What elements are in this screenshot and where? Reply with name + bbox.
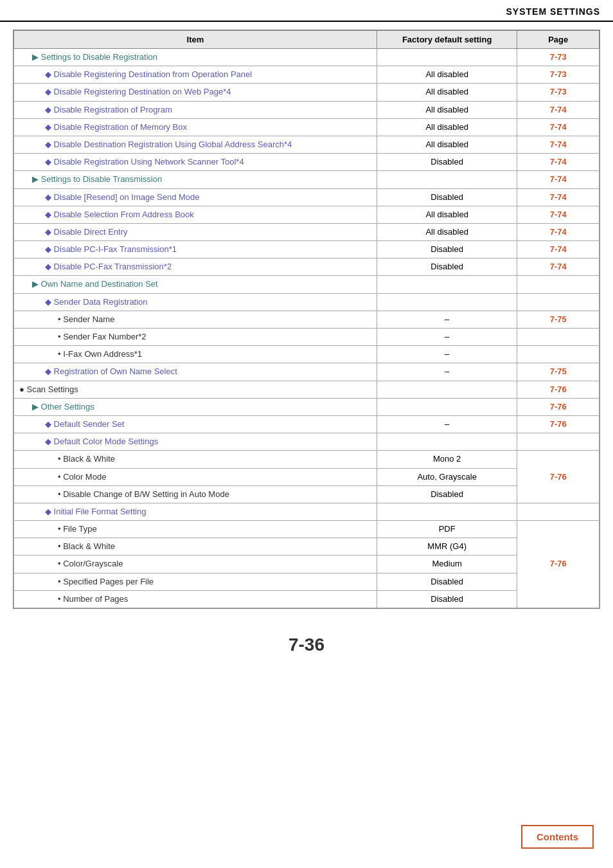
factory-cell: Disabled [377,485,517,503]
table-row: ◆ Disable PC-I-Fax Transmission*1Disable… [14,241,600,258]
item-label: • Black & White [58,454,115,464]
item-label: ▶ Settings to Disable Transmission [32,174,162,184]
item-cell: • Color/Grayscale [14,556,377,573]
table-row: • File TypePDF7-76 [14,521,600,538]
factory-cell: Disabled [377,258,517,276]
item-label: ◆ Disable PC-Fax Transmission*2 [45,262,172,271]
item-cell: ◆ Disable PC-Fax Transmission*2 [14,258,377,276]
table-row: ◆ Disable Selection From Address BookAll… [14,206,600,223]
col-page: Page [517,31,600,49]
page-header: SYSTEM SETTINGS [0,0,613,22]
page-cell: 7-74 [517,223,600,240]
page-cell [517,276,600,293]
table-row: ▶ Settings to Disable Transmission7-74 [14,171,600,188]
item-cell: ▶ Other Settings [14,398,377,415]
item-cell: • Number of Pages [14,590,377,608]
page-cell: 7-73 [517,84,600,101]
factory-cell: All disabled [377,118,517,136]
item-label: ◆ Default Sender Set [45,419,124,429]
table-row: • Black & WhiteMono 27-76 [14,451,600,468]
item-label: ◆ Disable Registering Destination on Web… [45,87,231,96]
page-cell: 7-74 [517,154,600,171]
page-cell: 7-74 [517,206,600,223]
item-cell: ◆ Default Color Mode Settings [14,433,377,451]
factory-cell: Mono 2 [377,451,517,468]
factory-cell: Disabled [377,154,517,171]
page-cell: 7-76 [517,398,600,415]
item-label: ◆ Disable PC-I-Fax Transmission*1 [45,244,177,254]
item-label: ◆ Disable Direct Entry [45,227,127,237]
item-label: ● Scan Settings [19,384,78,394]
item-cell: • Specified Pages per File [14,573,377,590]
item-label: ◆ Disable Registering Destination from O… [45,69,252,79]
table-row: • I-Fax Own Address*1– [14,346,600,363]
item-cell: ◆ Disable Selection From Address Book [14,206,377,223]
factory-cell: – [377,311,517,328]
page-cell [517,433,600,451]
item-cell: • Black & White [14,538,377,556]
item-label: • Number of Pages [58,594,128,604]
factory-cell: All disabled [377,101,517,118]
factory-cell: PDF [377,521,517,538]
factory-cell [377,49,517,66]
table-row: ◆ Disable Direct EntryAll disabled7-74 [14,223,600,240]
item-label: ◆ Initial File Format Setting [45,507,146,516]
page-cell: 7-76 [517,415,600,433]
item-label: • Sender Name [58,314,114,324]
page-cell: 7-74 [517,136,600,153]
item-label: ◆ Default Color Mode Settings [45,437,158,446]
table-row: ● Scan Settings7-76 [14,381,600,398]
page-cell: 7-73 [517,66,600,84]
page-cell: 7-73 [517,49,600,66]
table-row: ◆ Default Color Mode Settings [14,433,600,451]
factory-cell: All disabled [377,66,517,84]
item-cell: ◆ Disable Destination Registration Using… [14,136,377,153]
factory-cell [377,381,517,398]
table-row: ▶ Other Settings7-76 [14,398,600,415]
page-cell: 7-76 [517,521,600,608]
factory-cell [377,503,517,520]
item-label: ◆ Disable Selection From Address Book [45,210,194,219]
item-cell: ◆ Disable Registration of Memory Box [14,118,377,136]
settings-table: Item Factory default setting Page ▶ Sett… [13,30,600,608]
item-cell: ◆ Disable [Resend] on Image Send Mode [14,188,377,206]
page-cell [517,503,600,520]
factory-cell: Disabled [377,573,517,590]
table-row: • Specified Pages per FileDisabled [14,573,600,590]
item-cell: • Sender Fax Number*2 [14,329,377,346]
item-cell: • Disable Change of B/W Setting in Auto … [14,485,377,503]
table-row: • Sender Fax Number*2– [14,329,600,346]
table-row: ◆ Registration of Own Name Select–7-75 [14,363,600,381]
table-row: ◆ Disable PC-Fax Transmission*2Disabled7… [14,258,600,276]
item-cell: ● Scan Settings [14,381,377,398]
contents-button[interactable]: Contents [521,825,594,849]
factory-cell: – [377,415,517,433]
item-cell: ▶ Own Name and Destination Set [14,276,377,293]
factory-cell: Auto, Grayscale [377,468,517,485]
factory-cell [377,276,517,293]
page-cell: 7-74 [517,188,600,206]
factory-cell: Disabled [377,241,517,258]
table-row: ◆ Disable Destination Registration Using… [14,136,600,153]
table-row: • Color/GrayscaleMedium [14,556,600,573]
item-cell: ◆ Disable Registering Destination on Web… [14,84,377,101]
factory-cell: – [377,346,517,363]
item-label: • Color Mode [58,472,106,482]
table-row: ◆ Default Sender Set–7-76 [14,415,600,433]
item-label: ◆ Sender Data Registration [45,297,148,307]
factory-cell: All disabled [377,223,517,240]
item-cell: • File Type [14,521,377,538]
item-label: ▶ Other Settings [32,402,94,411]
factory-cell [377,171,517,188]
factory-cell: Disabled [377,590,517,608]
item-label: ◆ Disable Registration Using Network Sca… [45,157,244,167]
item-label: • Specified Pages per File [58,577,154,586]
factory-cell: – [377,363,517,381]
table-row: • Number of PagesDisabled [14,590,600,608]
page-cell: 7-74 [517,118,600,136]
page-cell: 7-74 [517,241,600,258]
table-row: ◆ Disable [Resend] on Image Send ModeDis… [14,188,600,206]
item-cell: ◆ Default Sender Set [14,415,377,433]
item-label: • File Type [58,524,97,534]
factory-cell: MMR (G4) [377,538,517,556]
